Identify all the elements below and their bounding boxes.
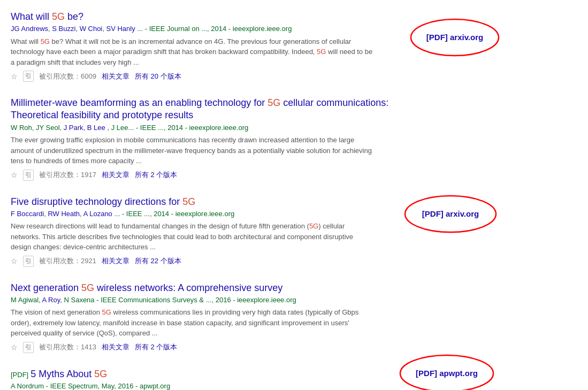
quote-icon-4[interactable]: 引 bbox=[23, 342, 34, 353]
author-link-4-1[interactable]: A Roy bbox=[42, 296, 60, 304]
cite-count-3: 被引用次数：2921 bbox=[39, 256, 96, 266]
author-link-2-1[interactable]: J Park bbox=[64, 124, 83, 132]
author-link-1-3[interactable]: W Choi bbox=[80, 25, 103, 33]
author-suffix-1: ... - IEEE Journal on ..., 2014 - ieeexp… bbox=[137, 25, 292, 33]
result-meta-4: ☆ 引 被引用次数：1413 相关文章 所有 2 个版本 bbox=[11, 342, 396, 353]
star-icon-4[interactable]: ☆ bbox=[11, 343, 18, 351]
result-title-3: Five disruptive technology directions fo… bbox=[11, 196, 396, 208]
result-snippet-3: New research directions will lead to fun… bbox=[11, 221, 375, 253]
author-link-1-1[interactable]: JG Andrews bbox=[11, 25, 48, 33]
author-link-3-1[interactable]: F Boccardi bbox=[11, 210, 44, 218]
result-authors-1: JG Andrews, S Buzzi, W Choi, SV Hanly ..… bbox=[11, 24, 396, 34]
annotation-label-3: [PDF] apwpt.org bbox=[416, 369, 478, 378]
result-authors-5: A Nordrum - IEEE Spectrum, May, 2016 - a… bbox=[11, 381, 396, 390]
author-suffix-2: , J Lee... - IEEE ..., 2014 - ieeexplore… bbox=[107, 124, 248, 132]
result-title-text-5: 5 Myths About 5G bbox=[30, 369, 107, 379]
annotation-2: [PDF] arxiv.org bbox=[401, 193, 500, 237]
annotation-3: [PDF] apwpt.org bbox=[396, 352, 498, 390]
result-title-2: Millimeter-wave beamforming as an enabli… bbox=[11, 97, 396, 122]
annotation-label-1: [PDF] arxiv.org bbox=[426, 33, 483, 42]
author-link-3-2[interactable]: RW Heath bbox=[48, 210, 80, 218]
author-link-1-2[interactable]: S Buzzi bbox=[52, 25, 75, 33]
quote-icon-1[interactable]: 引 bbox=[23, 71, 34, 82]
result-meta-3: ☆ 引 被引用次数：2921 相关文章 所有 22 个版本 bbox=[11, 256, 396, 267]
author-suffix-3: ... - IEEE ..., 2014 - ieeexplore.ieee.o… bbox=[114, 210, 234, 218]
versions-link-3[interactable]: 所有 22 个版本 bbox=[135, 256, 181, 266]
result-link-3[interactable]: Five disruptive technology directions fo… bbox=[11, 196, 195, 207]
result-title-1: What will 5G be? bbox=[11, 11, 396, 23]
quote-icon-2[interactable]: 引 bbox=[23, 170, 34, 181]
related-link-1[interactable]: 相关文章 bbox=[102, 72, 129, 81]
annotation-circle-1: [PDF] arxiv.org bbox=[407, 16, 503, 59]
result-link-2[interactable]: Millimeter-wave beamforming as an enabli… bbox=[11, 97, 388, 120]
result-title-text-1: What will 5G be? bbox=[11, 11, 83, 22]
result-meta-2: ☆ 引 被引用次数：1917 相关文章 所有 2 个版本 bbox=[11, 170, 396, 181]
page-container: What will 5G be? JG Andrews, S Buzzi, W … bbox=[11, 11, 588, 390]
annotation-circle-3: [PDF] apwpt.org bbox=[396, 352, 498, 390]
result-authors-2: W Roh, JY Seol, J Park, B Lee , J Lee...… bbox=[11, 123, 396, 133]
versions-link-4[interactable]: 所有 2 个版本 bbox=[135, 342, 177, 352]
star-icon-2[interactable]: ☆ bbox=[11, 171, 18, 179]
result-title-text-2: Millimeter-wave beamforming as an enabli… bbox=[11, 97, 388, 120]
results-area: What will 5G be? JG Andrews, S Buzzi, W … bbox=[11, 11, 396, 390]
quote-icon-3[interactable]: 引 bbox=[23, 256, 34, 267]
author-link-2-2[interactable]: B Lee bbox=[87, 124, 105, 132]
author-plain-5: A Nordrum - IEEE Spectrum, May, 2016 - a… bbox=[11, 382, 170, 390]
versions-link-1[interactable]: 所有 20 个版本 bbox=[135, 72, 181, 81]
result-item-3: Five disruptive technology directions fo… bbox=[11, 196, 396, 267]
cite-count-2: 被引用次数：1917 bbox=[39, 170, 96, 180]
cite-count-1: 被引用次数：6009 bbox=[39, 72, 96, 81]
result-link-1[interactable]: What will 5G be? bbox=[11, 11, 83, 22]
result-snippet-2: The ever growing traffic explosion in mo… bbox=[11, 135, 375, 166]
versions-link-2[interactable]: 所有 2 个版本 bbox=[135, 170, 177, 180]
highlight-5g: 5G bbox=[52, 11, 65, 22]
annotation-label-2: [PDF] arxiv.org bbox=[422, 209, 479, 218]
related-link-3[interactable]: 相关文章 bbox=[102, 256, 129, 266]
author-plain-2: W Roh, JY Seol, bbox=[11, 124, 64, 132]
sidebar-area: [PDF] arxiv.org [PDF] arxiv.org [PDF] ap… bbox=[396, 11, 546, 390]
result-title-4: Next generation 5G wireless networks: A … bbox=[11, 282, 396, 294]
author-link-1-4[interactable]: SV Hanly bbox=[106, 25, 135, 33]
result-snippet-1: What will 5G be? What it will not be is … bbox=[11, 36, 375, 68]
cite-count-4: 被引用次数：1413 bbox=[39, 342, 96, 352]
result-link-4[interactable]: Next generation 5G wireless networks: A … bbox=[11, 282, 282, 293]
annotation-circle-2: [PDF] arxiv.org bbox=[401, 193, 500, 235]
star-icon-3[interactable]: ☆ bbox=[11, 257, 18, 265]
related-link-2[interactable]: 相关文章 bbox=[102, 170, 129, 180]
author-plain-4b: N Saxena - IEEE Communications Surveys &… bbox=[64, 296, 296, 304]
related-link-4[interactable]: 相关文章 bbox=[102, 342, 129, 352]
result-item-5: [PDF] 5 Myths About 5G A Nordrum - IEEE … bbox=[11, 368, 396, 390]
result-snippet-4: The vision of next generation 5G wireles… bbox=[11, 307, 375, 339]
result-item-4: Next generation 5G wireless networks: A … bbox=[11, 282, 396, 353]
result-item-2: Millimeter-wave beamforming as an enabli… bbox=[11, 97, 396, 180]
result-authors-4: M Agiwal, A Roy, N Saxena - IEEE Communi… bbox=[11, 295, 396, 305]
pdf-badge-5: [PDF] bbox=[11, 371, 28, 379]
result-title-text-4: Next generation 5G wireless networks: A … bbox=[11, 282, 282, 293]
author-link-3-3[interactable]: A Lozano bbox=[83, 210, 112, 218]
result-title-text-3: Five disruptive technology directions fo… bbox=[11, 196, 195, 207]
result-authors-3: F Boccardi, RW Heath, A Lozano ... - IEE… bbox=[11, 209, 396, 219]
author-plain-4a: M Agiwal, bbox=[11, 296, 42, 304]
result-meta-1: ☆ 引 被引用次数：6009 相关文章 所有 20 个版本 bbox=[11, 71, 396, 82]
result-link-5[interactable]: 5 Myths About 5G bbox=[30, 369, 107, 379]
star-icon-1[interactable]: ☆ bbox=[11, 72, 18, 81]
result-title-5: [PDF] 5 Myths About 5G bbox=[11, 368, 396, 380]
result-item-1: What will 5G be? JG Andrews, S Buzzi, W … bbox=[11, 11, 396, 82]
annotation-1: [PDF] arxiv.org bbox=[407, 16, 503, 60]
